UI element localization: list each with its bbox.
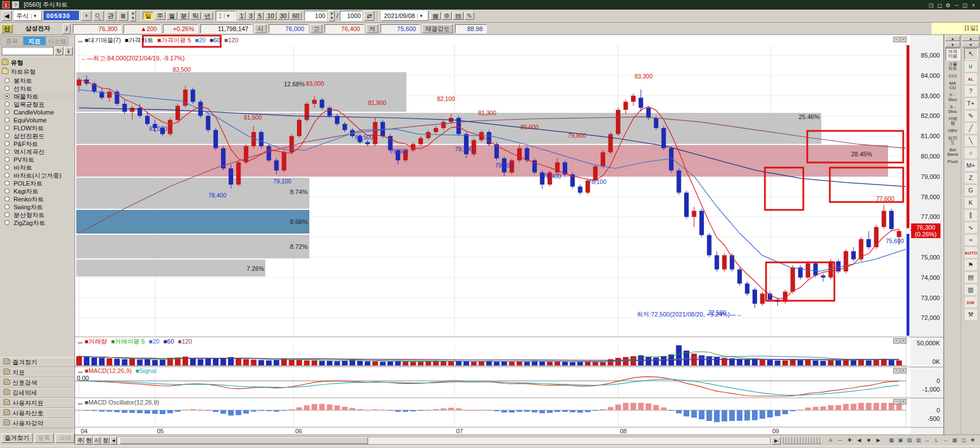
info-button[interactable]: i xyxy=(63,24,71,34)
parallel-lines-icon[interactable]: ∥ xyxy=(964,209,978,221)
pattern-icon[interactable]: ≈ xyxy=(964,234,978,246)
circle-icon[interactable]: ○ xyxy=(964,147,978,159)
wave-count-icon[interactable]: M+ xyxy=(964,160,978,172)
panel-close-icon[interactable]: × xyxy=(900,338,907,344)
save-icon[interactable]: ▣ xyxy=(896,437,905,445)
download-icon[interactable]: ⇓ xyxy=(64,47,73,55)
accordion-강세약세[interactable]: 강세약세 xyxy=(0,388,75,398)
indicator-button-OBV[interactable]: OBV xyxy=(946,128,960,134)
interval-button-3[interactable]: 3 xyxy=(247,12,255,20)
scrollbar-thumb[interactable] xyxy=(120,437,368,444)
chart-type-바차트[interactable]: 바차트 xyxy=(0,164,75,172)
indicator-button-가격이평[interactable]: 가격 이평 xyxy=(946,48,960,60)
panel-minimize-icon[interactable]: − xyxy=(893,399,900,405)
chart-type-일목균형표[interactable]: 일목균형표 xyxy=(0,100,75,108)
chart-type-P&F차트[interactable]: P&F차트 xyxy=(0,140,75,148)
chart-swap-icon[interactable]: ▤ xyxy=(905,437,914,445)
a-label-button[interactable]: A xyxy=(826,437,835,445)
panel-grip-icon[interactable]: ▬ xyxy=(78,401,82,406)
collapse-panel-button[interactable]: ◀ xyxy=(2,11,12,21)
chart-type-CandleVolume[interactable]: CandleVolume xyxy=(0,108,75,116)
help-icon[interactable]: ? xyxy=(12,1,19,8)
bars-count-input[interactable]: 100 xyxy=(304,11,327,21)
indicator-button-BolBand[interactable]: Bol Band xyxy=(946,147,960,158)
chart-type-EquiVolume[interactable]: EquiVolume xyxy=(0,116,75,124)
popup-icon[interactable]: ◻ xyxy=(935,2,944,8)
chart-type-봉차트[interactable]: 봉차트 xyxy=(0,77,75,85)
zoom-slider[interactable] xyxy=(783,437,821,444)
tools-scroll-up[interactable]: ▲ xyxy=(962,36,979,41)
plus-button[interactable]: ✚ xyxy=(845,437,854,445)
chart-type-Kagi차트[interactable]: Kagi차트 xyxy=(0,187,75,195)
interval-button-60[interactable]: 60 xyxy=(290,12,301,20)
tools-scroll-down[interactable]: ▼ xyxy=(962,42,979,47)
period-button-주[interactable]: 주 xyxy=(155,12,165,20)
indicator-button-Pivot[interactable]: Pivot xyxy=(946,159,960,165)
panel-grip-icon[interactable]: ▬ xyxy=(78,38,82,43)
indicator-button-그물차트[interactable]: 그물 차트 xyxy=(946,61,960,72)
chart-type-PV차트[interactable]: PV차트 xyxy=(0,156,75,164)
text-plus-icon[interactable]: T+ xyxy=(964,98,978,109)
z-line-icon[interactable]: Z xyxy=(964,172,978,184)
memo-icon[interactable]: ▤ xyxy=(964,271,978,283)
mini-chart-icon[interactable]: ▥ xyxy=(964,284,978,296)
chart-type-FLOW차트[interactable]: FLOW차트 xyxy=(0,124,75,132)
indicator-scroll-up[interactable]: ▲ xyxy=(945,36,960,41)
help-icon[interactable]: ? xyxy=(964,85,978,97)
indicator-scroll-down[interactable]: ▼ xyxy=(945,42,960,47)
panel-grip-icon[interactable]: ▬ xyxy=(78,369,82,374)
right-arrow-icon[interactable]: → xyxy=(941,437,950,445)
view-chip-창[interactable]: 창 xyxy=(102,437,110,445)
k-wave-icon[interactable]: K xyxy=(964,197,978,209)
link-icon[interactable]: ◳ xyxy=(927,2,935,8)
dw-grid-icon[interactable]: DW xyxy=(964,296,978,308)
magnet-icon[interactable]: ∪ xyxy=(964,60,978,72)
chart-type-역시계곡선[interactable]: 역시계곡선 xyxy=(0,148,75,156)
gear-icon[interactable]: ⚙ xyxy=(442,12,452,20)
interval-button-10[interactable]: 10 xyxy=(265,12,276,20)
search-icon[interactable] xyxy=(93,11,104,21)
accordion-즐겨찾기[interactable]: 즐겨찾기 xyxy=(0,357,75,367)
accordion-신호검색[interactable]: 신호검색 xyxy=(0,377,75,388)
restore-icon[interactable]: ◫ xyxy=(961,2,969,8)
period-button-년[interactable]: 년 xyxy=(202,12,213,20)
bars-setting-icon[interactable]: ⇄ xyxy=(364,11,374,21)
l-mark-icon[interactable]: L xyxy=(932,437,941,445)
chart-window-icon[interactable]: ▦ xyxy=(430,12,440,20)
date-select[interactable]: 2021/09/08▼ xyxy=(381,11,428,21)
minimize-icon[interactable]: ─ xyxy=(952,2,961,8)
tree-view-icon[interactable]: ≣ xyxy=(118,11,128,21)
prev-button[interactable]: ◀ xyxy=(855,437,864,445)
left-arrow-icon[interactable]: ← xyxy=(923,437,932,445)
footer-button-즐겨찾기[interactable]: 즐겨찾기 xyxy=(1,433,33,443)
auto-trend-icon[interactable]: AUTO xyxy=(964,247,978,258)
code-dropdown-button[interactable]: ∨ xyxy=(81,11,91,21)
chart-type-분산형차트[interactable]: 분산형차트 xyxy=(0,211,75,219)
image-icon[interactable]: ▥ xyxy=(914,437,923,445)
period-button-틱[interactable]: 틱 xyxy=(190,12,201,20)
panel-close-icon[interactable]: × xyxy=(900,37,907,42)
next-button[interactable]: ▶ xyxy=(874,437,883,445)
chip-scroll-left[interactable]: ◀ xyxy=(110,437,117,445)
bars-spinner[interactable]: ▲▼ xyxy=(329,10,335,21)
chart-type-POLE차트[interactable]: POLE차트 xyxy=(0,179,75,187)
panel-minimize-icon[interactable]: − xyxy=(893,37,900,42)
panel-minimize-icon[interactable]: − xyxy=(893,368,900,374)
ray-line-icon[interactable]: ╲ xyxy=(964,135,978,147)
wrench-icon[interactable]: ⚒ xyxy=(964,309,978,320)
indicator-button-심리도[interactable]: 심리 도 xyxy=(946,135,960,146)
chart-type-Renko차트[interactable]: Renko차트 xyxy=(0,195,75,203)
asset-type-select[interactable]: 주식▼ xyxy=(14,11,42,21)
interval-button-1[interactable]: 1 xyxy=(238,12,246,20)
accordion-사용자지표[interactable]: 사용자지표 xyxy=(0,398,75,408)
period-button-일[interactable]: 일 xyxy=(143,12,154,20)
gwan-button[interactable]: 관 xyxy=(106,11,116,21)
interval-button-5[interactable]: 5 xyxy=(256,12,264,20)
view-chip-주[interactable]: 주 xyxy=(76,437,84,445)
zoom-icon[interactable]: ✚ xyxy=(968,437,977,445)
indicator-button-F -Stoc[interactable]: F - Stoc xyxy=(946,92,960,103)
tab-지표[interactable]: 지표 xyxy=(23,36,46,46)
flag-icon[interactable]: ⚑ xyxy=(964,259,978,271)
panel-close-icon[interactable]: × xyxy=(900,399,907,405)
view-chip-현[interactable]: 현 xyxy=(85,437,93,445)
